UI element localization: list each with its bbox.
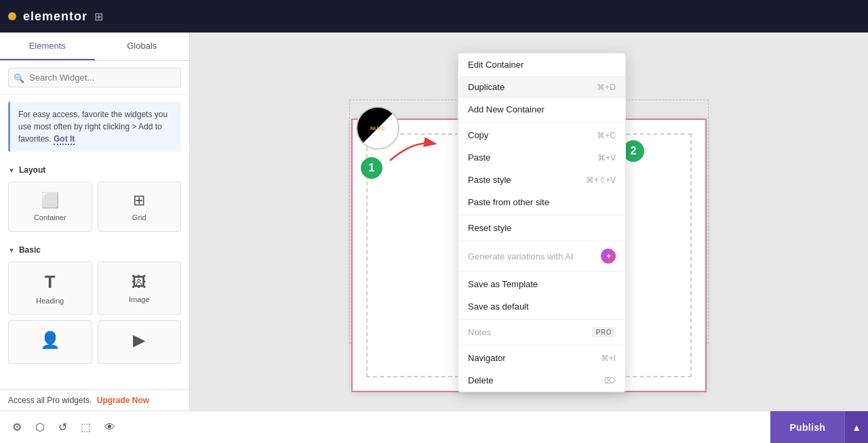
context-menu-duplicate[interactable]: Duplicate ⌘+D: [458, 76, 625, 98]
context-menu-add-container[interactable]: Add New Container: [458, 98, 625, 121]
bottom-icons: ⚙ ⬡ ↺ ⬚ 👁: [0, 418, 127, 436]
search-icon: 🔍: [14, 72, 24, 83]
context-menu-paste[interactable]: Paste ⌘+V: [458, 146, 625, 169]
basic-section-label: Basic: [19, 245, 41, 255]
heading-label: Heading: [36, 297, 64, 305]
tab-elements[interactable]: Elements: [0, 33, 95, 60]
grid-menu-button[interactable]: ⊞: [94, 10, 103, 23]
divider-3: [458, 240, 625, 241]
context-menu-save-template[interactable]: Save as Template: [458, 273, 625, 295]
widget-grid[interactable]: ⊞ Grid: [98, 182, 182, 232]
topbar-left: elementor ⊞: [8, 9, 103, 24]
ai-icon: ✦: [601, 249, 616, 263]
divider-4: [458, 271, 625, 272]
context-menu-navigator[interactable]: Navigator ⌘+I: [458, 347, 625, 369]
publish-button[interactable]: Publish: [770, 411, 844, 444]
topbar-dot: [8, 12, 16, 20]
publish-chevron-button[interactable]: ▲: [844, 411, 868, 444]
container-icon: ⬜: [41, 192, 59, 209]
sidebar: Elements Globals 🔍 For easy access, favo…: [0, 33, 190, 410]
context-menu-reset-style[interactable]: Reset style: [458, 217, 625, 239]
tab-globals[interactable]: Globals: [95, 33, 190, 60]
layout-widget-grid: ⬜ Container ⊞ Grid: [0, 179, 189, 238]
sidebar-tabs: Elements Globals: [0, 33, 189, 61]
settings-button[interactable]: ⚙: [8, 418, 26, 436]
widget-heading[interactable]: T Heading: [8, 261, 92, 315]
video-icon: ▶: [133, 331, 145, 350]
context-menu: Edit Container Duplicate ⌘+D Add New Con…: [458, 53, 626, 392]
search-input[interactable]: [8, 68, 181, 87]
canvas-area: + ⠿ ⬜ ✕ + 📁 ✦ ☺ Drag widget here: [190, 33, 868, 410]
context-menu-notes[interactable]: Notes PRO: [458, 321, 625, 343]
container-label: Container: [34, 213, 66, 222]
pro-banner-area: Access all Pro widgets. Upgrade Now: [0, 389, 189, 410]
divider-2: [458, 215, 625, 215]
divider-5: [458, 319, 625, 320]
chevron-icon-2: ▼: [8, 247, 15, 254]
app-title: elementor: [23, 9, 87, 24]
pro-banner: Access all Pro widgets. Upgrade Now: [8, 396, 181, 405]
publish-btn-wrap: Publish ▲: [770, 411, 868, 444]
upgrade-now-link[interactable]: Upgrade Now: [97, 396, 149, 405]
history-button[interactable]: ↺: [54, 418, 71, 436]
info-banner: For easy access, favorite the widgets yo…: [8, 102, 181, 152]
context-menu-paste-style[interactable]: Paste style ⌘+⇧+V: [458, 169, 625, 191]
responsive-button[interactable]: ⬚: [77, 418, 95, 436]
image-label: Image: [129, 295, 150, 303]
widget-image[interactable]: 🖼 Image: [98, 261, 182, 315]
layout-section-label: Layout: [19, 165, 45, 175]
grid-icon: ⊞: [133, 192, 145, 209]
image-icon: 🖼: [132, 274, 146, 291]
preview-button[interactable]: 👁: [100, 419, 119, 436]
main-area: Elements Globals 🔍 For easy access, favo…: [0, 33, 868, 410]
widget-person[interactable]: 👤: [8, 320, 92, 364]
context-menu-paste-other-site[interactable]: Paste from other site: [458, 191, 625, 213]
context-menu-save-default[interactable]: Save as default: [458, 295, 625, 318]
divider-1: [458, 122, 625, 123]
got-it-link[interactable]: Got It: [54, 134, 75, 145]
pro-badge: PRO: [592, 327, 616, 337]
sidebar-search-area: 🔍: [0, 61, 189, 95]
divider-6: [458, 345, 625, 345]
basic-widget-grid: T Heading 🖼 Image 👤 ▶: [0, 259, 189, 371]
context-menu-delete[interactable]: Delete ⌦: [458, 369, 625, 392]
context-menu-copy[interactable]: Copy ⌘+C: [458, 124, 625, 146]
context-menu-edit-container[interactable]: Edit Container: [458, 54, 625, 76]
layers-button[interactable]: ⬡: [31, 418, 49, 436]
basic-section-header: ▼ Basic: [0, 238, 189, 259]
layout-section-header: ▼ Layout: [0, 159, 189, 179]
person-icon: 👤: [40, 331, 60, 350]
widget-container[interactable]: ⬜ Container: [8, 182, 92, 232]
chevron-icon: ▼: [8, 167, 15, 174]
heading-icon: T: [45, 272, 56, 293]
bottom-bar: ⚙ ⬡ ↺ ⬚ 👁 Publish ▲: [0, 410, 868, 443]
context-menu-generate-variations[interactable]: Generate variations with AI ✦: [458, 242, 625, 270]
arrow-red-1: [387, 133, 441, 167]
grid-label: Grid: [132, 213, 146, 222]
topbar: elementor ⊞: [0, 0, 868, 33]
annotation-1: 1: [361, 157, 382, 179]
widget-video[interactable]: ▶: [98, 320, 182, 364]
